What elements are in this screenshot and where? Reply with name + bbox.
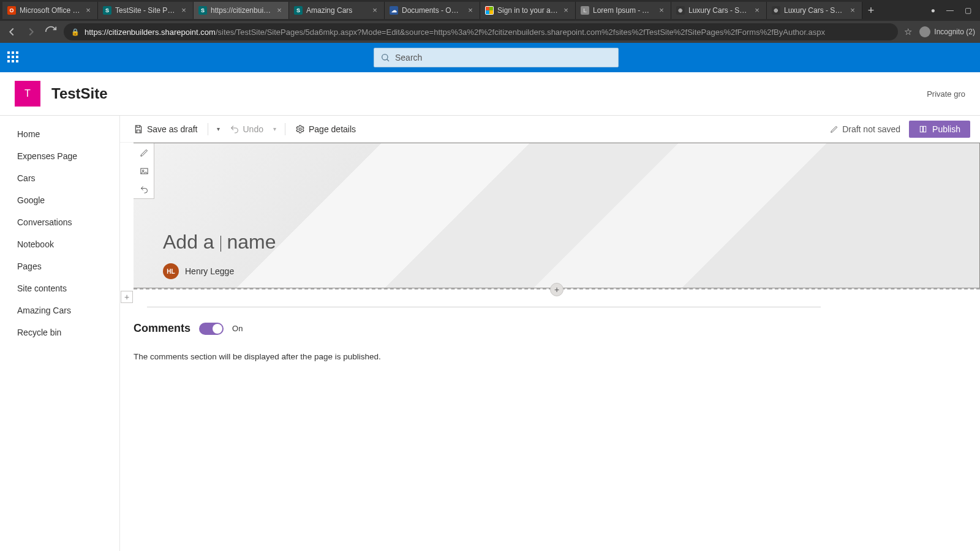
site-logo[interactable]: T [15, 81, 40, 107]
browser-tab[interactable]: Sign in to your accoun× [480, 2, 576, 19]
page-canvas: Add a name HL Henry Legge + + Comments [120, 143, 980, 551]
tab-title: Documents - OneDriv [402, 6, 462, 15]
nav-item[interactable]: Cars [0, 167, 119, 189]
comments-section: Comments On The comments section will be… [134, 322, 980, 361]
thin-divider [147, 307, 821, 307]
favicon: ⊕ [772, 6, 780, 15]
app-launcher-icon[interactable] [7, 51, 20, 64]
save-icon [134, 124, 143, 134]
tab-strip: OMicrosoft Office Home×STestSite - Site … [0, 0, 980, 21]
favicon: ☁ [390, 6, 398, 15]
undo-button[interactable]: Undo [226, 122, 267, 137]
reset-tool[interactable] [134, 180, 154, 198]
close-icon[interactable]: × [371, 6, 379, 15]
forward-button[interactable] [24, 25, 38, 39]
nav-item[interactable]: Pages [0, 255, 119, 277]
nav-item[interactable]: Recycle bin [0, 321, 119, 343]
author-row[interactable]: HL Henry Legge [163, 263, 234, 279]
favicon: ⊕ [676, 6, 685, 15]
favicon: S [103, 6, 111, 15]
lock-icon: 🔒 [71, 28, 80, 36]
incognito-label: Incognito (2) [934, 28, 975, 36]
suite-header: Search [0, 43, 980, 72]
favicon [485, 6, 494, 15]
close-icon[interactable]: × [84, 6, 92, 15]
minimize-button[interactable]: — [946, 6, 954, 15]
text-cursor [221, 236, 221, 252]
browser-tab[interactable]: ⊕Luxury Cars - Sedans,× [767, 2, 862, 19]
bookmark-star-icon[interactable]: ☆ [904, 26, 912, 37]
title-text-before: Add a [163, 231, 214, 253]
close-icon[interactable]: × [466, 6, 475, 15]
close-icon[interactable]: × [657, 6, 666, 15]
nav-item[interactable]: Amazing Cars [0, 299, 119, 321]
new-tab-button[interactable]: + [862, 2, 880, 19]
tab-title: TestSite - Site Pages - [115, 6, 176, 15]
browser-tab[interactable]: SAmazing Cars× [289, 2, 385, 19]
site-title[interactable]: TestSite [51, 85, 108, 102]
edit-title-tool[interactable] [134, 143, 154, 162]
browser-tab[interactable]: Shttps://citizenbuilders× [194, 2, 289, 19]
save-chevron-icon[interactable]: ▾ [214, 126, 222, 132]
svg-point-0 [382, 54, 388, 60]
publish-icon [919, 125, 927, 133]
nav-item[interactable]: Conversations [0, 211, 119, 233]
close-icon[interactable]: × [275, 6, 284, 15]
nav-item[interactable]: Expenses Page [0, 145, 119, 167]
close-icon[interactable]: × [753, 6, 761, 15]
add-webpart-button[interactable]: + [550, 283, 564, 296]
page-title-input[interactable]: Add a name [163, 231, 276, 253]
publish-button[interactable]: Publish [909, 121, 970, 138]
account-dot-icon[interactable]: ● [931, 6, 935, 15]
title-text-after: name [227, 231, 276, 253]
browser-tab[interactable]: ☁Documents - OneDriv× [385, 2, 480, 19]
favicon: O [7, 6, 16, 15]
nav-item[interactable]: Home [0, 123, 119, 145]
browser-tab[interactable]: LLorem Ipsum - All the× [576, 2, 671, 19]
undo-chevron-icon[interactable]: ▾ [271, 126, 279, 132]
left-nav: HomeExpenses PageCarsGoogleConversations… [0, 116, 120, 551]
close-icon[interactable]: × [562, 6, 570, 15]
canvas-column: Save as draft ▾ Undo ▾ Page details Draf… [120, 116, 980, 551]
main-region: HomeExpenses PageCarsGoogleConversations… [0, 115, 980, 551]
draft-status-label: Draft not saved [842, 124, 900, 134]
omnibox[interactable]: 🔒 https://citizenbuilders.sharepoint.com… [64, 23, 898, 40]
nav-item[interactable]: Notebook [0, 233, 119, 255]
incognito-badge[interactable]: Incognito (2) [919, 26, 975, 37]
pencil-icon [830, 125, 839, 133]
tab-title: Sign in to your accoun [497, 6, 558, 15]
browser-tab[interactable]: OMicrosoft Office Home× [2, 2, 98, 19]
add-section-button[interactable]: + [121, 291, 133, 303]
undo-label: Undo [243, 124, 263, 134]
title-area[interactable]: Add a name HL Henry Legge [134, 143, 980, 288]
image-tool[interactable] [134, 162, 154, 180]
comments-toggle[interactable] [199, 323, 224, 335]
reload-button[interactable] [44, 25, 58, 39]
tab-title: Amazing Cars [306, 6, 367, 15]
close-icon[interactable]: × [179, 6, 188, 15]
svg-rect-2 [920, 126, 922, 132]
suite-search[interactable]: Search [374, 48, 619, 67]
save-as-draft-button[interactable]: Save as draft [130, 122, 202, 137]
page-details-button[interactable]: Page details [292, 122, 360, 137]
back-button[interactable] [5, 25, 18, 39]
close-icon[interactable]: × [848, 6, 857, 15]
gear-icon [295, 124, 305, 134]
section-add-rail: + [120, 288, 134, 303]
separator [285, 123, 285, 135]
browser-tab[interactable]: ⊕Luxury Cars - Sedans,× [671, 2, 767, 19]
tab-title: https://citizenbuilders [211, 6, 271, 15]
svg-rect-3 [924, 126, 926, 132]
maximize-button[interactable]: ▢ [965, 6, 971, 15]
site-header: T TestSite Private gro [0, 72, 980, 115]
title-toolbox [134, 143, 154, 199]
browser-tab[interactable]: STestSite - Site Pages -× [98, 2, 194, 19]
nav-item[interactable]: Site contents [0, 277, 119, 299]
page-details-label: Page details [309, 124, 356, 134]
tab-title: Luxury Cars - Sedans, [784, 6, 845, 15]
favicon: S [294, 6, 303, 15]
nav-item[interactable]: Google [0, 189, 119, 211]
section-divider: + [134, 288, 980, 303]
svg-point-1 [299, 128, 301, 130]
window-controls: ●—▢ [931, 6, 978, 15]
